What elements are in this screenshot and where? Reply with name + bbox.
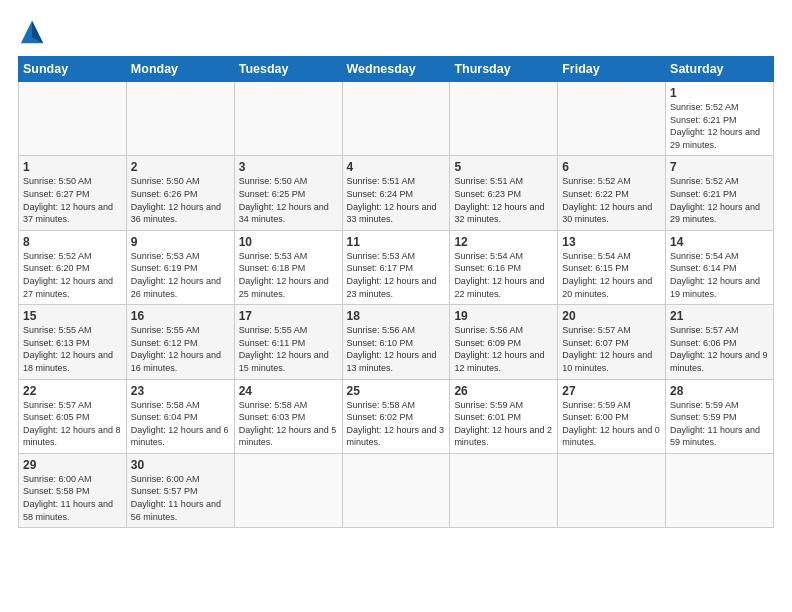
calendar-cell (234, 453, 342, 527)
calendar-week-1: 1Sunrise: 5:52 AMSunset: 6:21 PMDaylight… (19, 82, 774, 156)
day-info: Sunrise: 5:51 AMSunset: 6:23 PMDaylight:… (454, 176, 544, 224)
day-info: Sunrise: 5:54 AMSunset: 6:16 PMDaylight:… (454, 251, 544, 299)
day-info: Sunrise: 5:54 AMSunset: 6:15 PMDaylight:… (562, 251, 652, 299)
calendar-cell (558, 82, 666, 156)
day-info: Sunrise: 5:58 AMSunset: 6:03 PMDaylight:… (239, 400, 337, 448)
day-info: Sunrise: 5:58 AMSunset: 6:04 PMDaylight:… (131, 400, 229, 448)
day-number: 20 (562, 309, 661, 323)
day-info: Sunrise: 5:58 AMSunset: 6:02 PMDaylight:… (347, 400, 445, 448)
logo-icon (18, 18, 46, 46)
day-info: Sunrise: 5:57 AMSunset: 6:05 PMDaylight:… (23, 400, 121, 448)
calendar-cell: 9Sunrise: 5:53 AMSunset: 6:19 PMDaylight… (126, 230, 234, 304)
day-info: Sunrise: 5:56 AMSunset: 6:09 PMDaylight:… (454, 325, 544, 373)
day-info: Sunrise: 6:00 AMSunset: 5:58 PMDaylight:… (23, 474, 113, 522)
calendar-header-wednesday: Wednesday (342, 57, 450, 82)
calendar-week-4: 15Sunrise: 5:55 AMSunset: 6:13 PMDayligh… (19, 305, 774, 379)
day-number: 1 (23, 160, 122, 174)
calendar-cell (450, 453, 558, 527)
day-number: 12 (454, 235, 553, 249)
calendar-cell: 13Sunrise: 5:54 AMSunset: 6:15 PMDayligh… (558, 230, 666, 304)
calendar-cell: 11Sunrise: 5:53 AMSunset: 6:17 PMDayligh… (342, 230, 450, 304)
day-info: Sunrise: 5:52 AMSunset: 6:20 PMDaylight:… (23, 251, 113, 299)
day-number: 9 (131, 235, 230, 249)
calendar-cell (558, 453, 666, 527)
calendar-cell: 21Sunrise: 5:57 AMSunset: 6:06 PMDayligh… (666, 305, 774, 379)
day-number: 2 (131, 160, 230, 174)
calendar-header-saturday: Saturday (666, 57, 774, 82)
day-info: Sunrise: 5:50 AMSunset: 6:25 PMDaylight:… (239, 176, 329, 224)
day-number: 22 (23, 384, 122, 398)
day-info: Sunrise: 5:50 AMSunset: 6:27 PMDaylight:… (23, 176, 113, 224)
calendar-cell: 5Sunrise: 5:51 AMSunset: 6:23 PMDaylight… (450, 156, 558, 230)
day-number: 3 (239, 160, 338, 174)
day-info: Sunrise: 5:59 AMSunset: 5:59 PMDaylight:… (670, 400, 760, 448)
calendar-cell: 24Sunrise: 5:58 AMSunset: 6:03 PMDayligh… (234, 379, 342, 453)
calendar-cell: 1Sunrise: 5:50 AMSunset: 6:27 PMDaylight… (19, 156, 127, 230)
calendar-cell: 3Sunrise: 5:50 AMSunset: 6:25 PMDaylight… (234, 156, 342, 230)
day-number: 23 (131, 384, 230, 398)
day-number: 6 (562, 160, 661, 174)
calendar-cell: 12Sunrise: 5:54 AMSunset: 6:16 PMDayligh… (450, 230, 558, 304)
day-info: Sunrise: 5:50 AMSunset: 6:26 PMDaylight:… (131, 176, 221, 224)
calendar-header-friday: Friday (558, 57, 666, 82)
day-info: Sunrise: 5:52 AMSunset: 6:22 PMDaylight:… (562, 176, 652, 224)
day-info: Sunrise: 5:51 AMSunset: 6:24 PMDaylight:… (347, 176, 437, 224)
calendar-cell: 27Sunrise: 5:59 AMSunset: 6:00 PMDayligh… (558, 379, 666, 453)
calendar-cell: 26Sunrise: 5:59 AMSunset: 6:01 PMDayligh… (450, 379, 558, 453)
day-info: Sunrise: 5:53 AMSunset: 6:18 PMDaylight:… (239, 251, 329, 299)
calendar-week-3: 8Sunrise: 5:52 AMSunset: 6:20 PMDaylight… (19, 230, 774, 304)
day-number: 13 (562, 235, 661, 249)
calendar-cell: 23Sunrise: 5:58 AMSunset: 6:04 PMDayligh… (126, 379, 234, 453)
day-info: Sunrise: 5:59 AMSunset: 6:00 PMDaylight:… (562, 400, 660, 448)
calendar-cell (342, 453, 450, 527)
calendar-cell (19, 82, 127, 156)
day-info: Sunrise: 5:52 AMSunset: 6:21 PMDaylight:… (670, 176, 760, 224)
day-number: 30 (131, 458, 230, 472)
calendar-week-2: 1Sunrise: 5:50 AMSunset: 6:27 PMDaylight… (19, 156, 774, 230)
day-info: Sunrise: 5:57 AMSunset: 6:06 PMDaylight:… (670, 325, 768, 373)
day-info: Sunrise: 5:54 AMSunset: 6:14 PMDaylight:… (670, 251, 760, 299)
calendar-cell: 8Sunrise: 5:52 AMSunset: 6:20 PMDaylight… (19, 230, 127, 304)
calendar-header-thursday: Thursday (450, 57, 558, 82)
day-number: 27 (562, 384, 661, 398)
header (18, 18, 774, 46)
day-info: Sunrise: 6:00 AMSunset: 5:57 PMDaylight:… (131, 474, 221, 522)
day-number: 16 (131, 309, 230, 323)
day-number: 19 (454, 309, 553, 323)
day-number: 14 (670, 235, 769, 249)
calendar-cell: 30Sunrise: 6:00 AMSunset: 5:57 PMDayligh… (126, 453, 234, 527)
calendar-cell: 22Sunrise: 5:57 AMSunset: 6:05 PMDayligh… (19, 379, 127, 453)
calendar-cell: 18Sunrise: 5:56 AMSunset: 6:10 PMDayligh… (342, 305, 450, 379)
day-number: 5 (454, 160, 553, 174)
calendar-cell: 14Sunrise: 5:54 AMSunset: 6:14 PMDayligh… (666, 230, 774, 304)
calendar-cell: 19Sunrise: 5:56 AMSunset: 6:09 PMDayligh… (450, 305, 558, 379)
logo (18, 18, 48, 46)
day-number: 4 (347, 160, 446, 174)
calendar-cell (450, 82, 558, 156)
day-number: 29 (23, 458, 122, 472)
calendar-cell: 4Sunrise: 5:51 AMSunset: 6:24 PMDaylight… (342, 156, 450, 230)
calendar-cell: 1Sunrise: 5:52 AMSunset: 6:21 PMDaylight… (666, 82, 774, 156)
day-number: 1 (670, 86, 769, 100)
calendar-cell: 28Sunrise: 5:59 AMSunset: 5:59 PMDayligh… (666, 379, 774, 453)
calendar-header-monday: Monday (126, 57, 234, 82)
calendar-cell: 7Sunrise: 5:52 AMSunset: 6:21 PMDaylight… (666, 156, 774, 230)
calendar-week-5: 22Sunrise: 5:57 AMSunset: 6:05 PMDayligh… (19, 379, 774, 453)
day-number: 24 (239, 384, 338, 398)
day-info: Sunrise: 5:55 AMSunset: 6:11 PMDaylight:… (239, 325, 329, 373)
day-number: 7 (670, 160, 769, 174)
day-info: Sunrise: 5:55 AMSunset: 6:12 PMDaylight:… (131, 325, 221, 373)
day-number: 26 (454, 384, 553, 398)
calendar-cell (126, 82, 234, 156)
day-number: 8 (23, 235, 122, 249)
day-number: 21 (670, 309, 769, 323)
calendar-cell: 25Sunrise: 5:58 AMSunset: 6:02 PMDayligh… (342, 379, 450, 453)
calendar-week-6: 29Sunrise: 6:00 AMSunset: 5:58 PMDayligh… (19, 453, 774, 527)
day-number: 11 (347, 235, 446, 249)
day-info: Sunrise: 5:52 AMSunset: 6:21 PMDaylight:… (670, 102, 760, 150)
calendar-cell: 20Sunrise: 5:57 AMSunset: 6:07 PMDayligh… (558, 305, 666, 379)
day-number: 25 (347, 384, 446, 398)
calendar: SundayMondayTuesdayWednesdayThursdayFrid… (18, 56, 774, 528)
calendar-body: 1Sunrise: 5:52 AMSunset: 6:21 PMDaylight… (19, 82, 774, 528)
day-info: Sunrise: 5:53 AMSunset: 6:19 PMDaylight:… (131, 251, 221, 299)
